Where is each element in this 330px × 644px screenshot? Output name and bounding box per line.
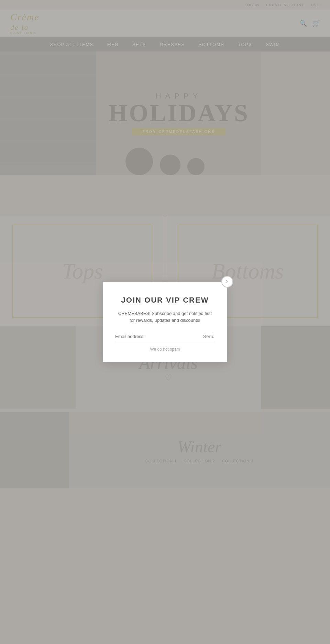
email-input[interactable] bbox=[115, 334, 203, 339]
email-input-row: Send bbox=[115, 334, 215, 342]
modal-title: JOIN OUR VIP CREW bbox=[115, 296, 215, 305]
modal-close-button[interactable]: × bbox=[221, 276, 233, 287]
send-button[interactable]: Send bbox=[203, 334, 215, 339]
spam-note: We do not spam bbox=[115, 347, 215, 352]
modal-subtitle: CREMEBABES! Subscribe and get notified f… bbox=[115, 310, 215, 325]
modal-overlay: × JOIN OUR VIP CREW CREMEBABES! Subscrib… bbox=[0, 0, 330, 644]
vip-modal: × JOIN OUR VIP CREW CREMEBABES! Subscrib… bbox=[103, 282, 227, 362]
close-icon: × bbox=[226, 279, 229, 285]
